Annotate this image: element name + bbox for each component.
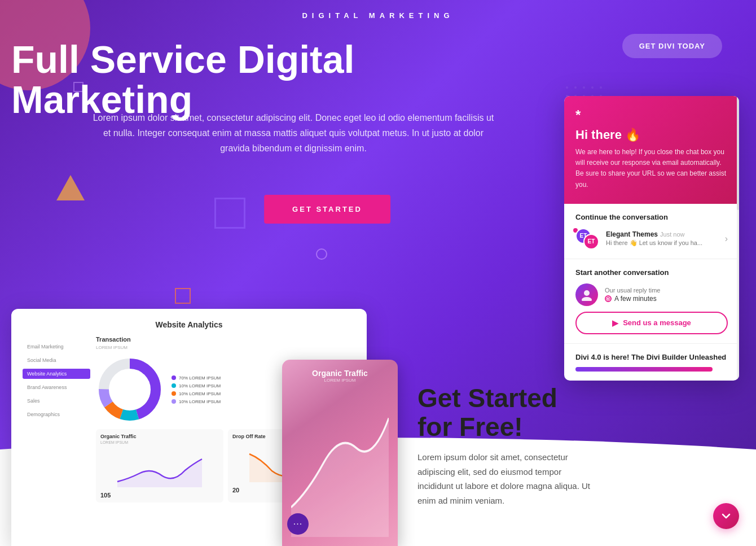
get-started-button[interactable]: GET STARTED (264, 195, 390, 224)
svg-point-20 (113, 373, 147, 407)
send-label: Send us a message (623, 318, 691, 327)
reply-label: Our usual reply time (605, 287, 728, 294)
chat-header-desc: We are here to help! If you close the ch… (575, 147, 728, 190)
legend-item-3: 10% LOREM IPSUM (172, 391, 221, 396)
chat-continue-title: Continue the conversation (575, 213, 728, 221)
hero-section: DIGITAL MARKETING GET DIVI TODAY Full Se… (0, 0, 756, 546)
sidebar-sales[interactable]: Sales (23, 396, 90, 406)
chat-conv-info: Elegant Themes Just now Hi there 👋 Let u… (606, 230, 719, 247)
mobile-card-title: Organic Traffic (312, 369, 368, 378)
chat-header: * Hi there 🔥 We are here to help! If you… (564, 96, 739, 204)
chat-another-section: Start another conversation Our usual rep… (564, 259, 739, 344)
send-message-button[interactable]: ▶ Send us a message (575, 312, 728, 334)
svg-point-21 (584, 290, 590, 296)
agent-avatar-icon (581, 289, 593, 301)
legend-dot-2 (172, 383, 176, 388)
right-section: Get Started for Free! Lorem ipsum dolor … (417, 384, 598, 508)
chat-time: Just now (660, 231, 684, 238)
deco-circle-outline (316, 248, 327, 260)
mobile-traffic-chart (291, 388, 389, 537)
hero-subtitle: DIGITAL MARKETING (302, 11, 454, 20)
deco-triangle (56, 175, 85, 200)
chat-collapse-button[interactable] (713, 503, 739, 529)
clock-icon (605, 295, 612, 302)
sidebar-website[interactable]: Website Analytics (23, 369, 90, 379)
deco-small-square (175, 288, 191, 304)
organic-traffic-line (100, 448, 219, 487)
legend-dot-3 (172, 391, 176, 396)
analytics-sidebar: Email Marketing Social Media Website Ana… (23, 336, 90, 546)
get-divi-button[interactable]: GET DIVI TODAY (622, 34, 722, 58)
chat-news-section: Divi 4.0 is here! The Divi Builder Unlea… (564, 344, 739, 381)
avatar-2: ET (583, 234, 599, 250)
chat-preview: Hi there 👋 Let us know if you ha... (606, 239, 719, 247)
right-section-desc: Lorem ipsum dolor sit amet, consectetur … (417, 450, 598, 508)
chat-another-title: Start another conversation (575, 268, 728, 277)
svg-point-1 (574, 86, 577, 89)
hero-title: Full Service Digital Marketing (11, 40, 530, 120)
dashboard-title: Website Analytics (23, 320, 355, 329)
legend-dot-1 (172, 375, 176, 380)
mobile-dots-button[interactable]: ··· (287, 513, 309, 535)
legend-dot-4 (172, 399, 176, 404)
chat-scrollbar-thumb (737, 96, 739, 210)
chat-brand-icon: * (575, 107, 728, 123)
deco-square-outline (214, 198, 245, 229)
agent-avatar (575, 283, 598, 306)
chevron-down-icon (721, 511, 731, 521)
analytics-section-sub: LOREM IPSUM (96, 345, 355, 350)
clock-svg (606, 296, 610, 301)
legend-label-3: 10% LOREM IPSUM (179, 391, 221, 396)
chat-news-title: Divi 4.0 is here! The Divi Builder Unlea… (575, 353, 728, 361)
organic-traffic-title: Organic Traffic (100, 434, 219, 439)
legend-label-1: 70% LOREM IPSUM (179, 375, 221, 381)
chat-arrow-icon: › (725, 234, 728, 244)
chat-agent-row: Our usual reply time A few minutes (575, 283, 728, 306)
legend-item-4: 10% LOREM IPSUM (172, 399, 221, 404)
right-section-title: Get Started for Free! (417, 384, 598, 441)
svg-point-0 (566, 86, 568, 89)
chat-avatar-group: ET ET (575, 228, 600, 250)
chat-scrollbar[interactable] (737, 96, 739, 381)
donut-legend: 70% LOREM IPSUM 10% LOREM IPSUM 10% LORE… (172, 375, 221, 404)
agent-reply-info: Our usual reply time A few minutes (605, 287, 728, 303)
mobile-card-sub: LOREM IPSUM (324, 378, 355, 383)
legend-label-2: 10% LOREM IPSUM (179, 383, 221, 388)
reply-time: A few minutes (605, 295, 728, 303)
chat-continue-section: Continue the conversation ET ET Elegant … (564, 204, 739, 259)
analytics-section-title: Transaction (96, 336, 355, 343)
organic-traffic-sub: LOREM IPSUM (100, 440, 219, 444)
organic-traffic-chart: Organic Traffic LOREM IPSUM 105 (96, 429, 223, 503)
reply-time-text: A few minutes (614, 295, 657, 303)
svg-point-3 (591, 86, 594, 89)
sidebar-brand[interactable]: Brand Awareness (23, 382, 90, 392)
send-icon: ▶ (612, 318, 618, 327)
chat-sender: Elegant Themes (606, 230, 658, 238)
chat-conversation-item[interactable]: ET ET Elegant Themes Just now Hi there 👋… (575, 228, 728, 250)
organic-traffic-val: 105 (100, 492, 219, 499)
svg-point-2 (583, 86, 585, 89)
sidebar-social[interactable]: Social Media (23, 355, 90, 365)
svg-point-4 (600, 86, 602, 89)
avatar-group: ET ET (575, 228, 600, 250)
chat-widget: * Hi there 🔥 We are here to help! If you… (564, 96, 739, 381)
legend-item-2: 10% LOREM IPSUM (172, 383, 221, 388)
chat-header-title: Hi there 🔥 (575, 128, 728, 142)
svg-point-22 (582, 297, 592, 301)
sidebar-email[interactable]: Email Marketing (23, 342, 90, 352)
legend-item-1: 70% LOREM IPSUM (172, 375, 221, 381)
chat-news-bar (575, 367, 713, 372)
legend-label-4: 10% LOREM IPSUM (179, 399, 221, 404)
hero-description: Lorem ipsum dolor sit amet, consectetur … (90, 110, 496, 156)
donut-chart (96, 356, 164, 423)
sidebar-demo[interactable]: Demographics (23, 409, 90, 420)
